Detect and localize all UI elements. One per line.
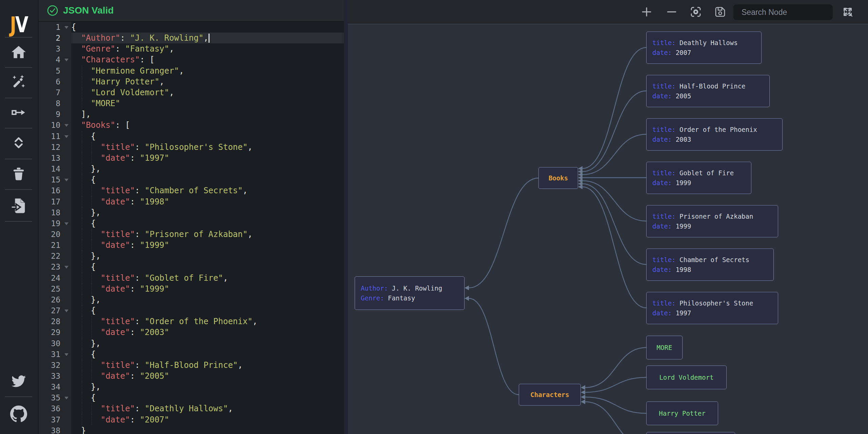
code-line-28[interactable]: 28 "title": "Order of the Phoenix", xyxy=(38,316,344,327)
code-text[interactable]: "date": "1998" xyxy=(71,196,344,207)
code-line-30[interactable]: 30 }, xyxy=(38,338,344,349)
node-char-more[interactable]: MORE xyxy=(646,336,683,359)
node-book-3[interactable]: title: Order of the Phoenixdate: 2003 xyxy=(646,118,783,151)
code-text[interactable]: { xyxy=(71,261,344,272)
expand-collapse-button[interactable] xyxy=(0,133,37,152)
code-line-15[interactable]: 15 { xyxy=(38,174,344,185)
code-text[interactable]: "title": "Chamber of Secrets", xyxy=(71,185,344,196)
code-line-8[interactable]: 8 "MORE" xyxy=(38,98,344,109)
code-text[interactable]: { xyxy=(71,218,344,229)
code-line-13[interactable]: 13 "date": "1997" xyxy=(38,153,344,163)
code-line-11[interactable]: 11 { xyxy=(38,131,344,142)
code-text[interactable]: "Harry Potter", xyxy=(71,76,344,87)
code-text[interactable]: }, xyxy=(71,294,344,305)
code-line-32[interactable]: 32 "title": "Half-Blood Prince", xyxy=(38,360,344,371)
code-line-5[interactable]: 5 "Hermione Granger", xyxy=(38,65,344,76)
code-text[interactable]: "Books": [ xyxy=(71,120,344,131)
code-text[interactable]: "date": "2007" xyxy=(71,414,344,425)
fold-toggle-icon[interactable] xyxy=(64,26,68,29)
code-text[interactable]: { xyxy=(71,305,344,316)
code-text[interactable]: "date": "2003" xyxy=(71,327,344,338)
code-line-27[interactable]: 27 { xyxy=(38,305,344,316)
code-text[interactable]: "title": "Deathly Hallows", xyxy=(71,403,344,414)
code-text[interactable]: }, xyxy=(71,381,344,392)
node-book-6[interactable]: title: Chamber of Secretsdate: 1998 xyxy=(646,249,774,281)
code-text[interactable]: "date": "1999" xyxy=(71,240,344,251)
fold-toggle-icon[interactable] xyxy=(64,124,68,127)
clear-button[interactable] xyxy=(0,164,37,183)
code-text[interactable]: "Characters": [ xyxy=(71,54,344,65)
code-line-38[interactable]: 38 } xyxy=(38,425,344,434)
node-char-hermione[interactable]: Hermione Granger xyxy=(646,432,735,434)
code-line-21[interactable]: 21 "date": "1999" xyxy=(38,240,344,251)
code-line-31[interactable]: 31 { xyxy=(38,349,344,360)
code-text[interactable]: { xyxy=(71,22,344,33)
code-text[interactable]: ], xyxy=(71,109,344,120)
code-line-23[interactable]: 23 { xyxy=(38,261,344,272)
save-button[interactable] xyxy=(711,0,730,24)
code-line-37[interactable]: 37 "date": "2007" xyxy=(38,414,344,425)
fold-toggle-icon[interactable] xyxy=(64,310,68,312)
node-book-5[interactable]: title: Prisoner of Azkabandate: 1999 xyxy=(646,205,778,237)
code-text[interactable]: { xyxy=(71,349,344,360)
fold-toggle-icon[interactable] xyxy=(64,266,68,269)
code-text[interactable]: { xyxy=(71,392,344,403)
code-text[interactable]: "title": "Goblet of Fire", xyxy=(71,273,344,283)
code-text[interactable]: "title": "Philosopher's Stone", xyxy=(71,142,344,153)
zoom-out-button[interactable] xyxy=(662,0,681,24)
code-line-17[interactable]: 17 "date": "1998" xyxy=(38,196,344,207)
code-text[interactable]: "Author": "J. K. Rowling", xyxy=(71,33,344,43)
code-line-10[interactable]: 10 "Books": [ xyxy=(38,120,344,131)
code-line-26[interactable]: 26 }, xyxy=(38,294,344,305)
code-line-9[interactable]: 9 ], xyxy=(38,109,344,120)
auto-format-button[interactable] xyxy=(0,73,37,92)
code-line-4[interactable]: 4 "Characters": [ xyxy=(38,54,344,65)
twitter-link[interactable] xyxy=(0,372,37,391)
layout-direction-button[interactable] xyxy=(0,103,37,122)
github-link[interactable] xyxy=(0,405,37,423)
node-book-2[interactable]: title: Half-Blood Princedate: 2005 xyxy=(646,75,770,107)
code-line-19[interactable]: 19 { xyxy=(38,218,344,229)
app-logo[interactable]: JV xyxy=(4,12,33,37)
search-node-input[interactable] xyxy=(733,7,843,17)
code-text[interactable]: "Genre": "Fantasy", xyxy=(71,43,344,54)
fold-toggle-icon[interactable] xyxy=(64,135,68,138)
code-line-36[interactable]: 36 "title": "Deathly Hallows", xyxy=(38,403,344,414)
code-text[interactable]: "date": "1999" xyxy=(71,283,344,294)
code-text[interactable]: } xyxy=(71,425,344,434)
code-line-35[interactable]: 35 { xyxy=(38,392,344,403)
code-line-12[interactable]: 12 "title": "Philosopher's Stone", xyxy=(38,142,344,153)
node-author-genre[interactable]: Author: J. K. RowlingGenre: Fantasy xyxy=(355,276,465,310)
node-char-harry[interactable]: Harry Potter xyxy=(646,401,718,425)
center-view-button[interactable] xyxy=(686,0,705,24)
fold-toggle-icon[interactable] xyxy=(64,59,68,61)
code-text[interactable]: }, xyxy=(71,251,344,261)
code-text[interactable]: "MORE" xyxy=(71,98,344,109)
code-text[interactable]: "Lord Voldemort", xyxy=(71,87,344,98)
code-text[interactable]: "title": "Prisoner of Azkaban", xyxy=(71,229,344,240)
node-book-1[interactable]: title: Deathly Hallowsdate: 2007 xyxy=(646,32,762,64)
import-file-button[interactable] xyxy=(0,196,37,215)
code-line-3[interactable]: 3 "Genre": "Fantasy", xyxy=(38,43,344,54)
code-line-29[interactable]: 29 "date": "2003" xyxy=(38,327,344,338)
code-text[interactable]: "date": "1997" xyxy=(71,153,344,163)
code-line-18[interactable]: 18 }, xyxy=(38,207,344,218)
fullscreen-button[interactable] xyxy=(838,0,857,24)
code-editor[interactable]: 1{2 "Author": "J. K. Rowling",3 "Genre":… xyxy=(38,21,344,434)
code-line-2[interactable]: 2 "Author": "J. K. Rowling", xyxy=(38,33,344,43)
code-line-6[interactable]: 6 "Harry Potter", xyxy=(38,76,344,87)
code-line-20[interactable]: 20 "title": "Prisoner of Azkaban", xyxy=(38,229,344,240)
node-book-4[interactable]: title: Goblet of Firedate: 1999 xyxy=(646,162,751,194)
code-text[interactable]: "Hermione Granger", xyxy=(71,65,344,76)
code-line-16[interactable]: 16 "title": "Chamber of Secrets", xyxy=(38,185,344,196)
code-text[interactable]: { xyxy=(71,131,344,142)
code-line-25[interactable]: 25 "date": "1999" xyxy=(38,283,344,294)
code-line-24[interactable]: 24 "title": "Goblet of Fire", xyxy=(38,273,344,283)
code-line-7[interactable]: 7 "Lord Voldemort", xyxy=(38,87,344,98)
node-characters[interactable]: Characters xyxy=(519,384,581,406)
code-line-33[interactable]: 33 "date": "2005" xyxy=(38,371,344,381)
code-text[interactable]: "title": "Half-Blood Prince", xyxy=(71,360,344,371)
code-line-1[interactable]: 1{ xyxy=(38,22,344,33)
code-line-14[interactable]: 14 }, xyxy=(38,163,344,174)
code-text[interactable]: }, xyxy=(71,338,344,349)
